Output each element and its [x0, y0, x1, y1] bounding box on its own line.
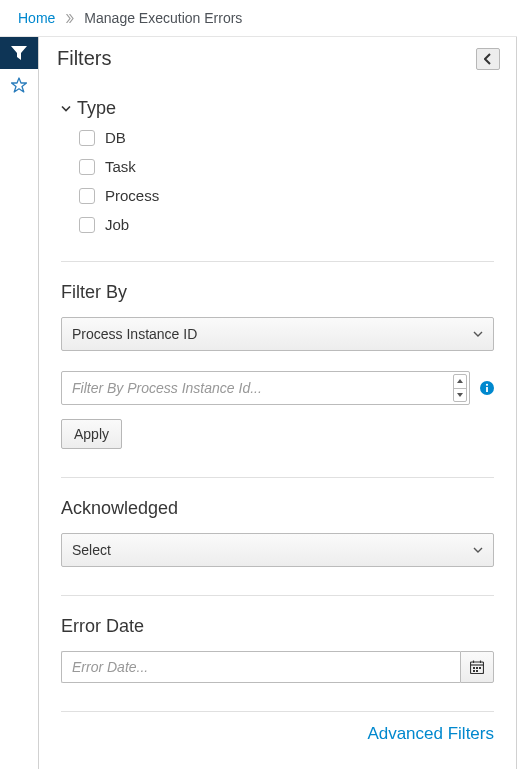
caret-up-icon [457, 379, 463, 383]
rail-favorites-tab[interactable] [0, 69, 38, 101]
star-outline-icon [11, 77, 27, 93]
breadcrumb-separator-icon [65, 14, 74, 23]
svg-rect-8 [476, 667, 478, 669]
type-options-group: DB Task Process Job [61, 129, 494, 233]
filter-by-selected-value: Process Instance ID [72, 326, 197, 342]
filter-by-input-wrap [61, 371, 470, 405]
checkbox-icon [79, 159, 95, 175]
type-checkbox-db[interactable]: DB [79, 129, 494, 146]
svg-rect-10 [473, 670, 475, 672]
svg-rect-9 [479, 667, 481, 669]
acknowledged-selected-value: Select [72, 542, 111, 558]
checkbox-icon [79, 188, 95, 204]
chevron-down-icon [473, 546, 483, 554]
spinner-down-button[interactable] [454, 389, 466, 402]
error-date-input[interactable] [61, 651, 460, 683]
caret-down-icon [457, 393, 463, 397]
icon-rail [0, 37, 38, 769]
info-circle-icon [480, 381, 494, 395]
spinner-up-button[interactable] [454, 375, 466, 389]
checkbox-label: DB [105, 129, 126, 146]
chevron-down-icon [61, 105, 71, 113]
acknowledged-label: Acknowledged [61, 498, 494, 519]
filter-by-input[interactable] [61, 371, 470, 405]
advanced-filters-link[interactable]: Advanced Filters [367, 724, 494, 743]
breadcrumb-current: Manage Execution Errors [84, 10, 242, 26]
svg-rect-7 [473, 667, 475, 669]
acknowledged-select[interactable]: Select [61, 533, 494, 567]
divider [61, 477, 494, 478]
checkbox-icon [79, 130, 95, 146]
svg-rect-1 [486, 387, 488, 392]
filter-icon [11, 46, 27, 60]
filter-by-label: Filter By [61, 282, 494, 303]
svg-point-2 [486, 384, 488, 386]
collapse-panel-button[interactable] [476, 48, 500, 70]
checkbox-label: Job [105, 216, 129, 233]
filter-by-select[interactable]: Process Instance ID [61, 317, 494, 351]
checkbox-label: Process [105, 187, 159, 204]
rail-filter-tab[interactable] [0, 37, 38, 69]
svg-rect-11 [476, 670, 478, 672]
chevron-left-icon [484, 53, 492, 65]
checkbox-icon [79, 217, 95, 233]
breadcrumb-home-link[interactable]: Home [18, 10, 55, 26]
error-date-picker-button[interactable] [460, 651, 494, 683]
divider [61, 261, 494, 262]
filter-by-info-button[interactable] [480, 381, 494, 395]
chevron-down-icon [473, 330, 483, 338]
divider [61, 595, 494, 596]
number-spinner [453, 374, 467, 402]
type-checkbox-process[interactable]: Process [79, 187, 494, 204]
filters-panel: Filters Type DB Task [38, 37, 517, 769]
calendar-icon [470, 660, 484, 674]
breadcrumb: Home Manage Execution Errors [0, 0, 517, 37]
type-section-toggle[interactable]: Type [61, 98, 494, 119]
type-checkbox-job[interactable]: Job [79, 216, 494, 233]
panel-title: Filters [57, 47, 111, 70]
apply-button[interactable]: Apply [61, 419, 122, 449]
type-section-label: Type [77, 98, 116, 119]
type-checkbox-task[interactable]: Task [79, 158, 494, 175]
error-date-label: Error Date [61, 616, 494, 637]
checkbox-label: Task [105, 158, 136, 175]
